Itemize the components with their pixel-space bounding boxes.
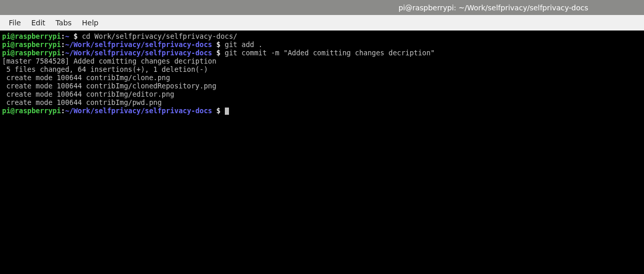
terminal-line: pi@raspberrypi:~ $ cd Work/selfprivacy/s… bbox=[2, 32, 642, 40]
menubar: File Edit Tabs Help bbox=[0, 15, 644, 31]
output-text: create mode 100644 contribImg/clone.png bbox=[2, 73, 170, 82]
terminal-line: create mode 100644 contribImg/clone.png bbox=[2, 73, 642, 82]
terminal-line: create mode 100644 contribImg/editor.png bbox=[2, 90, 642, 98]
terminal-line: create mode 100644 contribImg/clonedRepo… bbox=[2, 82, 642, 90]
terminal-output[interactable]: pi@raspberrypi:~ $ cd Work/selfprivacy/s… bbox=[0, 31, 644, 116]
prompt-path: ~ bbox=[65, 32, 69, 40]
terminal-line: pi@raspberrypi:~/Work/selfprivacy/selfpr… bbox=[2, 40, 642, 49]
prompt-sep: : bbox=[61, 32, 65, 40]
terminal-line: 5 files changed, 64 insertions(+), 1 del… bbox=[2, 65, 642, 73]
output-text: [master 7584528] Added comitting changes… bbox=[2, 57, 217, 65]
window-title: pi@raspberrypi: ~/Work/selfprivacy/selfp… bbox=[398, 4, 588, 12]
menu-help[interactable]: Help bbox=[78, 17, 103, 29]
prompt-symbol: $ bbox=[69, 32, 82, 40]
command-text: git add . bbox=[225, 40, 263, 49]
menu-file[interactable]: File bbox=[4, 17, 25, 29]
prompt-path: ~/Work/selfprivacy/selfprivacy-docs bbox=[65, 40, 212, 49]
prompt-user: pi@raspberrypi bbox=[2, 40, 61, 49]
terminal-line: [master 7584528] Added comitting changes… bbox=[2, 57, 642, 65]
output-text: create mode 100644 contribImg/editor.png bbox=[2, 90, 174, 98]
output-text: create mode 100644 contribImg/pwd.png bbox=[2, 98, 162, 106]
block-cursor-icon bbox=[225, 108, 229, 115]
prompt-user: pi@raspberrypi bbox=[2, 106, 61, 115]
output-text: 5 files changed, 64 insertions(+), 1 del… bbox=[2, 65, 208, 73]
prompt-symbol: $ bbox=[212, 106, 224, 115]
output-text: create mode 100644 contribImg/clonedRepo… bbox=[2, 82, 217, 90]
prompt-sep: : bbox=[61, 40, 65, 49]
command-text: cd Work/selfprivacy/selfprivacy-docs/ bbox=[82, 32, 237, 40]
terminal-line: create mode 100644 contribImg/pwd.png bbox=[2, 98, 642, 106]
prompt-symbol: $ bbox=[212, 49, 224, 57]
terminal-line: pi@raspberrypi:~/Work/selfprivacy/selfpr… bbox=[2, 106, 642, 115]
prompt-sep: : bbox=[61, 106, 65, 115]
menu-edit[interactable]: Edit bbox=[26, 17, 50, 29]
terminal-line: pi@raspberrypi:~/Work/selfprivacy/selfpr… bbox=[2, 49, 642, 57]
menu-tabs[interactable]: Tabs bbox=[51, 17, 76, 29]
prompt-path: ~/Work/selfprivacy/selfprivacy-docs bbox=[65, 49, 212, 57]
command-text: git commit -m "Added comitting changes d… bbox=[225, 49, 435, 57]
prompt-user: pi@raspberrypi bbox=[2, 49, 61, 57]
prompt-user: pi@raspberrypi bbox=[2, 32, 61, 40]
prompt-path: ~/Work/selfprivacy/selfprivacy-docs bbox=[65, 106, 212, 115]
prompt-sep: : bbox=[61, 49, 65, 57]
prompt-symbol: $ bbox=[212, 40, 224, 49]
window-titlebar: pi@raspberrypi: ~/Work/selfprivacy/selfp… bbox=[0, 0, 644, 15]
